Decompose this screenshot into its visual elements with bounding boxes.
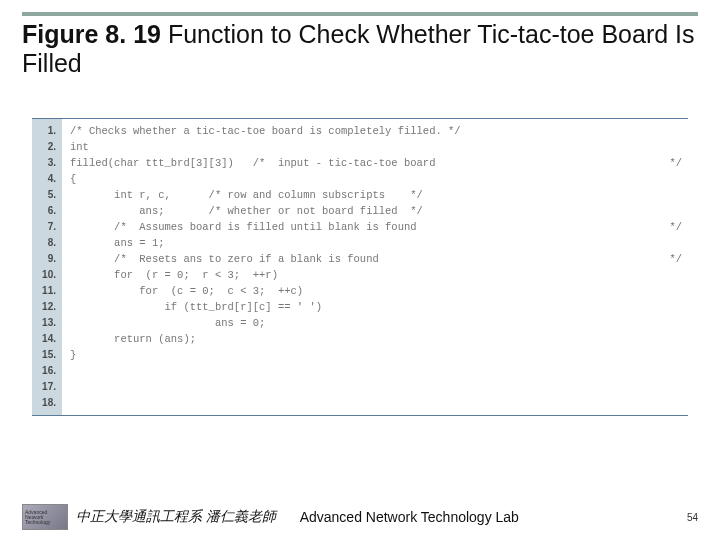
code-line: {: [70, 171, 688, 187]
line-number: 12.: [38, 299, 56, 315]
line-number: 7.: [38, 219, 56, 235]
line-number: 3.: [38, 155, 56, 171]
line-number: 4.: [38, 171, 56, 187]
lab-logo: Advanced Network Technology: [22, 504, 68, 530]
line-number: 18.: [38, 395, 56, 411]
line-number-gutter: 1.2.3.4.5.6.7.8.9.10.11.12.13.14.15.16.1…: [32, 119, 62, 415]
line-number: 16.: [38, 363, 56, 379]
code-content: /* Checks whether a tic-tac-toe board is…: [62, 119, 688, 415]
line-number: 5.: [38, 187, 56, 203]
line-number: 1.: [38, 123, 56, 139]
slide-footer: Advanced Network Technology 中正大學通訊工程系 潘仁…: [0, 504, 720, 530]
slide-title: Figure 8. 19 Function to Check Whether T…: [22, 12, 698, 78]
footer-dept: 中正大學通訊工程系 潘仁義老師: [76, 508, 276, 526]
line-number: 10.: [38, 267, 56, 283]
line-number: 9.: [38, 251, 56, 267]
line-number: 2.: [38, 139, 56, 155]
code-line: for (r = 0; r < 3; ++r): [70, 267, 688, 283]
code-line: int: [70, 139, 688, 155]
code-line: return (ans);: [70, 331, 688, 347]
code-line: ans = 0;: [70, 315, 688, 331]
code-block: 1.2.3.4.5.6.7.8.9.10.11.12.13.14.15.16.1…: [32, 118, 688, 416]
line-number: 14.: [38, 331, 56, 347]
code-line: /* Checks whether a tic-tac-toe board is…: [70, 123, 688, 139]
line-number: 11.: [38, 283, 56, 299]
code-line: ans; /* whether or not board filled */: [70, 203, 688, 219]
line-number: 15.: [38, 347, 56, 363]
page-number: 54: [687, 512, 698, 523]
code-line: ans = 1;: [70, 235, 688, 251]
code-line: filled(char ttt_brd[3][3]) /* input - ti…: [70, 155, 688, 171]
footer-lab: Advanced Network Technology Lab: [300, 509, 519, 525]
line-number: 6.: [38, 203, 56, 219]
code-line: for (c = 0; c < 3; ++c): [70, 283, 688, 299]
code-line: if (ttt_brd[r][c] == ' '): [70, 299, 688, 315]
line-number: 8.: [38, 235, 56, 251]
code-line: /* Assumes board is filled until blank i…: [70, 219, 688, 235]
code-line: }: [70, 347, 688, 363]
figure-number: Figure 8. 19: [22, 20, 161, 48]
code-line: int r, c, /* row and column subscripts *…: [70, 187, 688, 203]
line-number: 17.: [38, 379, 56, 395]
code-line: /* Resets ans to zero if a blank is foun…: [70, 251, 688, 267]
line-number: 13.: [38, 315, 56, 331]
